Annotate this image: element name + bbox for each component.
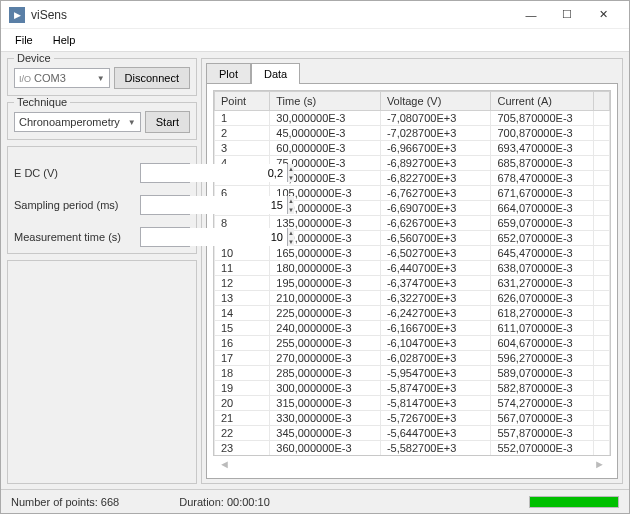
table-row[interactable]: 130,000000E-3-7,080700E+3705,870000E-3 <box>215 111 610 126</box>
table-row[interactable]: 11180,000000E-3-6,440700E+3638,070000E-3 <box>215 261 610 276</box>
table-row[interactable]: 23360,000000E-3-5,582700E+3552,070000E-3 <box>215 441 610 456</box>
data-tab-content: Point Time (s) Voltage (V) Current (A) 1… <box>206 83 618 479</box>
table-row[interactable]: 17270,000000E-3-6,028700E+3596,270000E-3 <box>215 351 610 366</box>
table-cell <box>594 231 610 246</box>
meastime-input[interactable] <box>141 228 287 246</box>
spinner-up-icon[interactable]: ▲ <box>288 196 294 205</box>
table-row[interactable]: 21330,000000E-3-5,726700E+3567,070000E-3 <box>215 411 610 426</box>
table-row[interactable]: 360,000000E-3-6,966700E+3693,470000E-3 <box>215 141 610 156</box>
table-cell: -6,374700E+3 <box>380 276 491 291</box>
status-points: Number of points: 668 <box>11 496 119 508</box>
technique-group-label: Technique <box>14 96 70 108</box>
table-cell: 664,070000E-3 <box>491 201 594 216</box>
table-cell: 345,000000E-3 <box>270 426 381 441</box>
table-cell: -6,028700E+3 <box>380 351 491 366</box>
port-icon: I/O <box>19 74 31 84</box>
table-cell <box>594 141 610 156</box>
col-time[interactable]: Time (s) <box>270 92 381 111</box>
col-current[interactable]: Current (A) <box>491 92 594 111</box>
spinner-up-icon[interactable]: ▲ <box>288 164 294 173</box>
data-table-scroll[interactable]: Point Time (s) Voltage (V) Current (A) 1… <box>214 91 610 455</box>
tab-plot[interactable]: Plot <box>206 63 251 84</box>
device-group: Device I/OCOM3 ▼ Disconnect <box>7 58 197 96</box>
table-cell: -6,166700E+3 <box>380 321 491 336</box>
tab-data[interactable]: Data <box>251 63 300 84</box>
edc-label: E DC (V) <box>14 167 136 179</box>
table-cell: 3 <box>215 141 270 156</box>
table-cell: 270,000000E-3 <box>270 351 381 366</box>
table-cell: 11 <box>215 261 270 276</box>
technique-combo[interactable]: Chronoamperometry ▼ <box>14 112 141 132</box>
table-cell <box>594 201 610 216</box>
table-row[interactable]: 14225,000000E-3-6,242700E+3618,270000E-3 <box>215 306 610 321</box>
col-voltage[interactable]: Voltage (V) <box>380 92 491 111</box>
progress-bar <box>529 496 619 508</box>
port-combo[interactable]: I/OCOM3 ▼ <box>14 68 110 88</box>
table-cell: 626,070000E-3 <box>491 291 594 306</box>
spinner-down-icon[interactable]: ▼ <box>288 205 294 214</box>
table-row[interactable]: 13210,000000E-3-6,322700E+3626,070000E-3 <box>215 291 610 306</box>
right-panel: Plot Data Point Time (s) Voltage (V) Cur… <box>201 58 623 484</box>
spinner-down-icon[interactable]: ▼ <box>288 173 294 182</box>
maximize-button[interactable]: ☐ <box>549 3 585 27</box>
table-cell: 19 <box>215 381 270 396</box>
table-cell: -5,726700E+3 <box>380 411 491 426</box>
chevron-down-icon: ▼ <box>128 118 136 127</box>
device-group-label: Device <box>14 52 54 64</box>
col-point[interactable]: Point <box>215 92 270 111</box>
minimize-button[interactable]: — <box>513 3 549 27</box>
table-cell: 1 <box>215 111 270 126</box>
table-cell: 700,870000E-3 <box>491 126 594 141</box>
scroll-left-icon[interactable]: ◄ <box>219 458 230 470</box>
table-cell: 16 <box>215 336 270 351</box>
spinner-down-icon[interactable]: ▼ <box>288 237 294 246</box>
table-cell <box>594 306 610 321</box>
meastime-spinner[interactable]: ▲▼ <box>140 227 190 247</box>
data-table-wrapper: Point Time (s) Voltage (V) Current (A) 1… <box>213 90 611 456</box>
scroll-right-icon[interactable]: ► <box>594 458 605 470</box>
table-row[interactable]: 20315,000000E-3-5,814700E+3574,270000E-3 <box>215 396 610 411</box>
table-cell: 574,270000E-3 <box>491 396 594 411</box>
table-row[interactable]: 245,000000E-3-7,028700E+3700,870000E-3 <box>215 126 610 141</box>
table-cell: 360,000000E-3 <box>270 441 381 456</box>
technique-group: Technique Chronoamperometry ▼ Start <box>7 102 197 140</box>
table-cell: -7,028700E+3 <box>380 126 491 141</box>
table-row[interactable]: 10165,000000E-3-6,502700E+3645,470000E-3 <box>215 246 610 261</box>
table-cell <box>594 396 610 411</box>
table-row[interactable]: 12195,000000E-3-6,374700E+3631,270000E-3 <box>215 276 610 291</box>
table-cell: -6,242700E+3 <box>380 306 491 321</box>
table-row[interactable]: 16255,000000E-3-6,104700E+3604,670000E-3 <box>215 336 610 351</box>
table-cell: 693,470000E-3 <box>491 141 594 156</box>
table-cell: 685,870000E-3 <box>491 156 594 171</box>
table-cell <box>594 261 610 276</box>
edc-spinner[interactable]: ▲▼ <box>140 163 190 183</box>
table-row[interactable]: 22345,000000E-3-5,644700E+3557,870000E-3 <box>215 426 610 441</box>
table-cell: 225,000000E-3 <box>270 306 381 321</box>
status-bar: Number of points: 668 Duration: 00:00:10 <box>1 489 629 513</box>
status-duration: Duration: 00:00:10 <box>179 496 270 508</box>
col-blank <box>594 92 610 111</box>
table-cell: 645,470000E-3 <box>491 246 594 261</box>
table-cell: 255,000000E-3 <box>270 336 381 351</box>
table-row[interactable]: 15240,000000E-3-6,166700E+3611,070000E-3 <box>215 321 610 336</box>
table-cell: 15 <box>215 321 270 336</box>
table-cell: 180,000000E-3 <box>270 261 381 276</box>
close-button[interactable]: ✕ <box>585 3 621 27</box>
sampling-spinner[interactable]: ▲▼ <box>140 195 190 215</box>
table-row[interactable]: 19300,000000E-3-5,874700E+3582,870000E-3 <box>215 381 610 396</box>
table-cell: -6,966700E+3 <box>380 141 491 156</box>
table-cell: -6,762700E+3 <box>380 186 491 201</box>
start-button[interactable]: Start <box>145 111 190 133</box>
table-cell: 165,000000E-3 <box>270 246 381 261</box>
disconnect-button[interactable]: Disconnect <box>114 67 190 89</box>
edc-input[interactable] <box>141 164 287 182</box>
table-row[interactable]: 18285,000000E-3-5,954700E+3589,070000E-3 <box>215 366 610 381</box>
table-cell: 60,000000E-3 <box>270 141 381 156</box>
table-footer: ◄ ► <box>213 456 611 472</box>
table-cell: -6,322700E+3 <box>380 291 491 306</box>
sampling-input[interactable] <box>141 196 287 214</box>
menu-file[interactable]: File <box>7 31 41 49</box>
spinner-up-icon[interactable]: ▲ <box>288 228 294 237</box>
table-cell: 23 <box>215 441 270 456</box>
menu-help[interactable]: Help <box>45 31 84 49</box>
